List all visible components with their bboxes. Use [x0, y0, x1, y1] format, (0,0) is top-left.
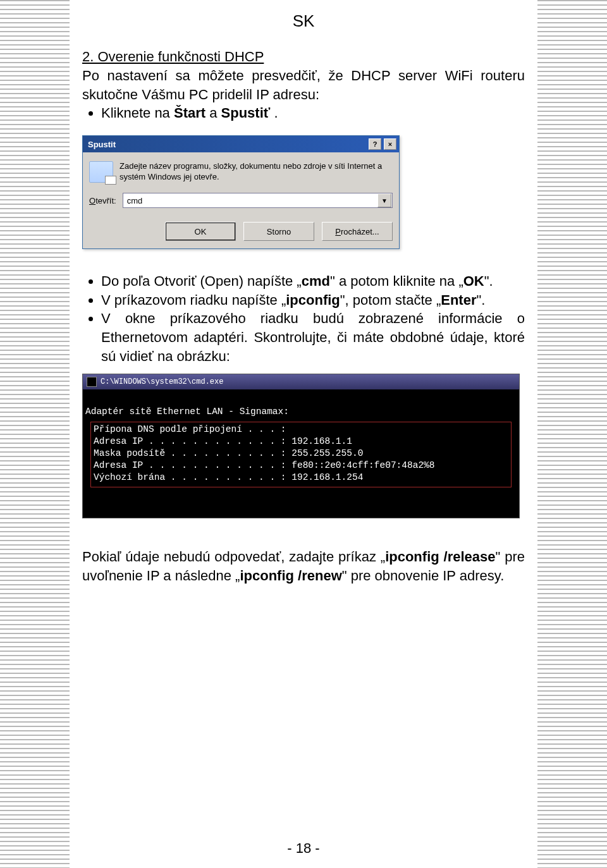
- content-area: SK 2. Overenie funkčnosti DHCP Po nastav…: [82, 0, 525, 868]
- section-heading: 2. Overenie funkčnosti DHCP: [82, 49, 525, 65]
- bullet-start-spustit: Kliknete na Štart a Spustiť .: [101, 104, 525, 123]
- run-dialog-body: Zadejte název programu, složky, dokument…: [83, 152, 399, 248]
- open-input[interactable]: cmd ▼: [123, 193, 393, 208]
- cmd-window: C:\WINDOWS\system32\cmd.exe Adaptér sítě…: [82, 374, 520, 519]
- dropdown-arrow-icon[interactable]: ▼: [377, 193, 391, 207]
- decoration-right: [537, 0, 607, 868]
- intro-paragraph: Po nastavení sa môžete presvedčiť, že DH…: [82, 66, 525, 104]
- help-button[interactable]: ?: [369, 138, 381, 150]
- cmd-titlebar: C:\WINDOWS\system32\cmd.exe: [83, 374, 519, 389]
- browse-button[interactable]: Procházet...: [322, 222, 393, 241]
- page-number: - 18 -: [0, 840, 607, 857]
- cmd-title-text: C:\WINDOWS\system32\cmd.exe: [101, 377, 223, 386]
- titlebar-controls: ? ×: [369, 138, 396, 150]
- page: SK 2. Overenie funkčnosti DHCP Po nastav…: [0, 0, 607, 868]
- run-dialog-description: Zadejte název programu, složky, dokument…: [120, 161, 393, 183]
- open-label: Otevřít:: [89, 196, 116, 205]
- run-dialog: Spustit ? × Zadejte název programu, slož…: [82, 135, 400, 249]
- open-input-value: cmd: [127, 196, 143, 205]
- decoration-left: [0, 0, 70, 868]
- run-dialog-title: Spustit: [88, 140, 116, 149]
- cmd-line-adapter: Adaptér sítě Ethernet LAN - Signamax:: [85, 406, 289, 417]
- bullet-ethernet-info: V okne príkazového riadku budú zobrazené…: [101, 309, 525, 365]
- bullet-list-1: Kliknete na Štart a Spustiť .: [87, 104, 525, 123]
- cancel-button[interactable]: Storno: [243, 222, 314, 241]
- outro-paragraph: Pokiaľ údaje nebudú odpovedať, zadajte p…: [82, 547, 525, 585]
- close-button[interactable]: ×: [384, 138, 396, 150]
- cmd-icon: [87, 377, 97, 387]
- bullet-list-2: Do poľa Otvoriť (Open) napíšte „cmd" a p…: [87, 272, 525, 365]
- bullet-cmd-ok: Do poľa Otvoriť (Open) napíšte „cmd" a p…: [101, 272, 525, 291]
- page-header: SK: [82, 11, 525, 31]
- cmd-highlight-box: Přípona DNS podle připojení . . . : Adre…: [90, 422, 512, 487]
- bullet-ipconfig: V príkazovom riadku napíšte „ipconfig", …: [101, 291, 525, 310]
- run-icon: [89, 161, 113, 183]
- run-dialog-titlebar: Spustit ? ×: [83, 136, 399, 152]
- cmd-body: Adaptér sítě Ethernet LAN - Signamax: Př…: [83, 389, 519, 518]
- ok-button[interactable]: OK: [165, 222, 236, 241]
